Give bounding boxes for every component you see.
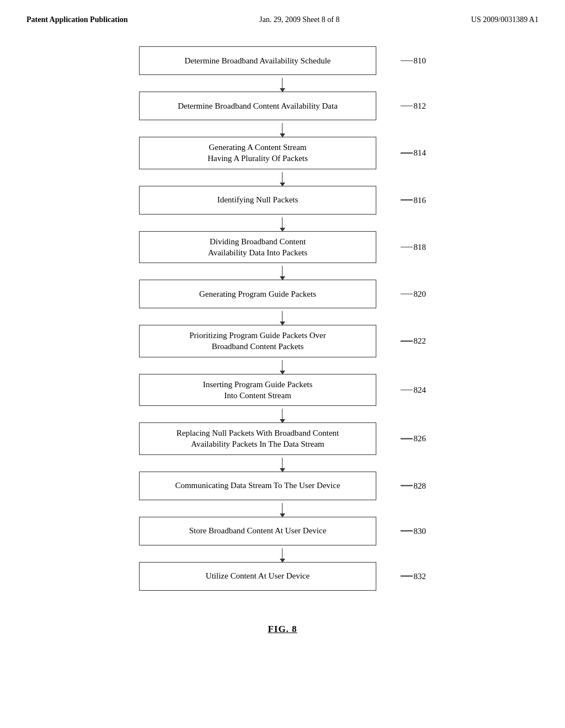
flow-row-826: Replacing Null Packets With Broadband Co… bbox=[139, 422, 426, 455]
flow-row-822: Prioritizing Program Guide Packets OverB… bbox=[139, 325, 426, 357]
step-label-828: 828 bbox=[401, 481, 427, 490]
arrow-connector bbox=[139, 263, 426, 280]
header-patent: US 2009/0031389 A1 bbox=[471, 15, 539, 24]
flow-row-828: Communicating Data Stream To The User De… bbox=[139, 472, 426, 500]
arrow-line bbox=[282, 172, 283, 183]
arrow-line bbox=[282, 503, 283, 514]
flow-row-812: Determine Broadband Content Availability… bbox=[139, 92, 426, 120]
flow-box-818: Dividing Broadband ContentAvailability D… bbox=[139, 231, 376, 264]
step-label-832: 832 bbox=[401, 571, 427, 581]
flow-box-816: Identifying Null Packets bbox=[139, 186, 376, 215]
page-header: Patent Application Publication Jan. 29, … bbox=[0, 0, 565, 24]
arrow-connector bbox=[139, 455, 426, 472]
step-label-818: 818 bbox=[401, 242, 427, 251]
arrow-line bbox=[282, 548, 283, 559]
arrow-connector bbox=[139, 75, 426, 92]
arrow-connector bbox=[139, 215, 426, 231]
arrow-line bbox=[282, 458, 283, 469]
flow-box-812: Determine Broadband Content Availability… bbox=[139, 92, 376, 120]
flow-box-832: Utilize Content At User Device bbox=[139, 562, 376, 591]
flow-row-816: Identifying Null Packets816 bbox=[139, 186, 426, 215]
header-date: Jan. 29, 2009 Sheet 8 of 8 bbox=[259, 15, 339, 24]
arrow-line bbox=[282, 123, 283, 134]
arrow-line bbox=[282, 217, 283, 228]
flow-row-818: Dividing Broadband ContentAvailability D… bbox=[139, 231, 426, 264]
step-label-820: 820 bbox=[401, 290, 427, 299]
flow-box-830: Store Broadband Content At User Device bbox=[139, 517, 376, 545]
arrow-connector bbox=[139, 500, 426, 517]
flow-box-810: Determine Broadband Availability Schedul… bbox=[139, 46, 376, 75]
flow-row-814: Generating A Content StreamHaving A Plur… bbox=[139, 137, 426, 169]
step-label-810: 810 bbox=[401, 56, 427, 66]
flow-box-814: Generating A Content StreamHaving A Plur… bbox=[139, 137, 376, 169]
arrow-connector bbox=[139, 120, 426, 137]
flow-box-822: Prioritizing Program Guide Packets OverB… bbox=[139, 325, 376, 357]
flow-row-820: Generating Program Guide Packets820 bbox=[139, 280, 426, 308]
arrow-connector bbox=[139, 308, 426, 325]
step-label-822: 822 bbox=[401, 336, 427, 346]
flow-box-826: Replacing Null Packets With Broadband Co… bbox=[139, 422, 376, 455]
arrow-line bbox=[282, 311, 283, 322]
flow-row-832: Utilize Content At User Device832 bbox=[139, 562, 426, 591]
arrow-connector bbox=[139, 169, 426, 186]
figure-label: FIG. 8 bbox=[0, 624, 565, 635]
flow-row-830: Store Broadband Content At User Device83… bbox=[139, 517, 426, 545]
arrow-connector bbox=[139, 545, 426, 562]
step-label-830: 830 bbox=[401, 526, 427, 536]
flow-box-824: Inserting Program Guide PacketsInto Cont… bbox=[139, 374, 376, 406]
step-label-826: 826 bbox=[401, 434, 427, 443]
arrow-line bbox=[282, 78, 283, 89]
step-label-824: 824 bbox=[401, 385, 427, 394]
arrow-line bbox=[282, 266, 283, 277]
step-label-816: 816 bbox=[401, 195, 427, 205]
flow-row-824: Inserting Program Guide PacketsInto Cont… bbox=[139, 374, 426, 406]
arrow-connector bbox=[139, 406, 426, 422]
arrow-connector bbox=[139, 357, 426, 374]
header-publication: Patent Application Publication bbox=[26, 15, 128, 24]
flow-box-828: Communicating Data Stream To The User De… bbox=[139, 472, 376, 500]
arrow-line bbox=[282, 360, 283, 371]
diagram-area: Determine Broadband Availability Schedul… bbox=[0, 24, 565, 607]
step-label-814: 814 bbox=[401, 148, 427, 158]
flow-row-810: Determine Broadband Availability Schedul… bbox=[139, 46, 426, 75]
step-label-812: 812 bbox=[401, 101, 427, 111]
arrow-line bbox=[282, 409, 283, 420]
flow-box-820: Generating Program Guide Packets bbox=[139, 280, 376, 308]
